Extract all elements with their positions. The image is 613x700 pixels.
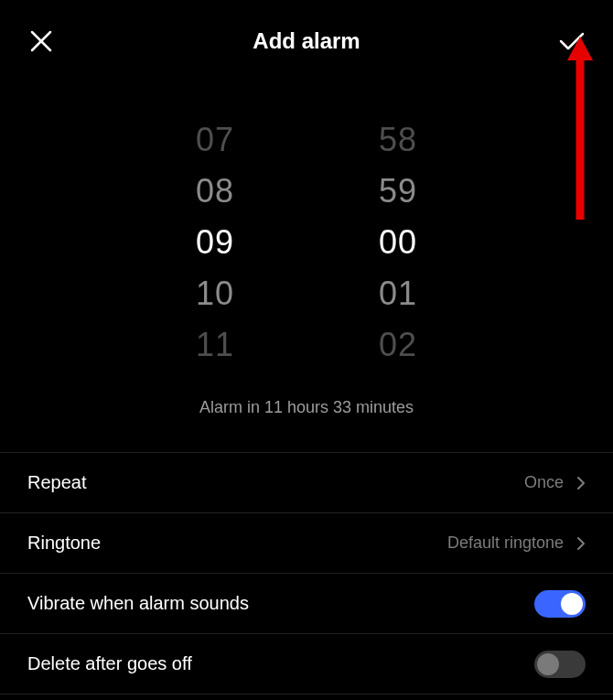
minutes-column[interactable]: 58 59 00 01 02: [371, 114, 425, 371]
vibrate-row: Vibrate when alarm sounds: [0, 574, 613, 634]
chevron-right-icon: [576, 476, 586, 490]
hour-option: 11: [188, 319, 242, 371]
minute-option: 59: [371, 166, 425, 217]
minute-option: 58: [371, 114, 425, 166]
ringtone-value: Default ringtone: [447, 533, 564, 553]
repeat-label: Repeat: [27, 472, 87, 493]
ringtone-label: Ringtone: [27, 533, 101, 554]
hour-option: 07: [188, 114, 242, 166]
vibrate-label: Vibrate when alarm sounds: [27, 593, 249, 614]
check-icon: [558, 30, 586, 52]
header: Add alarm: [0, 0, 613, 64]
time-picker: 07 08 09 10 11 58 59 00 01 02: [0, 114, 613, 371]
repeat-row[interactable]: Repeat Once: [0, 453, 613, 513]
settings-list: Repeat Once Ringtone Default ringtone Vi…: [0, 452, 613, 700]
delete-after-row: Delete after goes off: [0, 634, 613, 695]
page-title: Add alarm: [57, 28, 556, 54]
repeat-value: Once: [524, 473, 564, 492]
chevron-right-icon: [576, 536, 586, 551]
minute-option: 02: [371, 319, 425, 371]
hour-option: 08: [188, 166, 242, 217]
vibrate-toggle[interactable]: [534, 590, 586, 618]
delete-after-label: Delete after goes off: [27, 653, 192, 674]
minute-option: 01: [371, 268, 425, 319]
minute-selected: 00: [371, 217, 425, 268]
hour-option: 10: [188, 268, 242, 319]
alarm-countdown-text: Alarm in 11 hours 33 minutes: [0, 398, 613, 417]
close-icon: [29, 29, 53, 53]
ringtone-row[interactable]: Ringtone Default ringtone: [0, 513, 613, 574]
hour-selected: 09: [188, 217, 242, 268]
hours-column[interactable]: 07 08 09 10 11: [188, 114, 242, 371]
confirm-button[interactable]: [556, 26, 587, 57]
delete-after-toggle[interactable]: [534, 651, 586, 678]
close-button[interactable]: [26, 26, 57, 57]
label-row: Label: [0, 695, 613, 700]
